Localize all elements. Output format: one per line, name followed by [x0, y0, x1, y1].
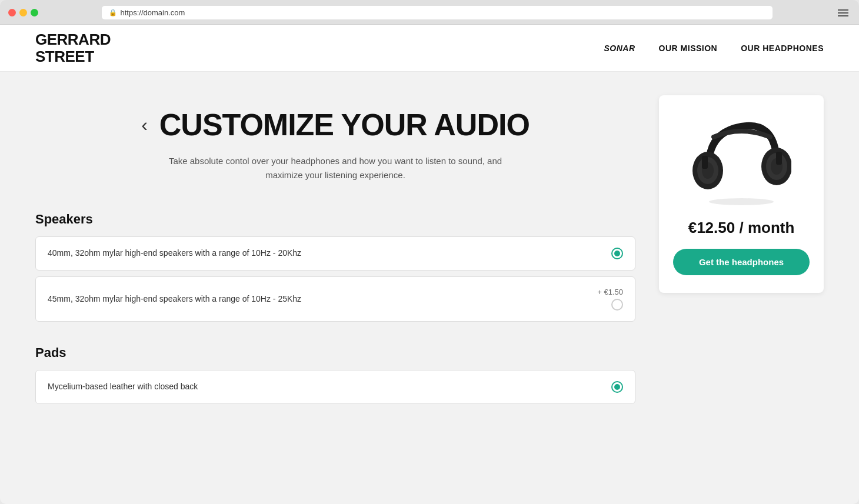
section-pads: Pads Mycelium-based leather with closed …	[35, 345, 635, 404]
dot-yellow[interactable]	[19, 9, 27, 16]
hero-title-row: ‹ CUSTOMIZE YOUR AUDIO	[35, 107, 635, 142]
left-panel: ‹ CUSTOMIZE YOUR AUDIO Take absolute con…	[35, 95, 635, 428]
lock-icon: 🔒	[109, 9, 117, 16]
radio-pads-1[interactable]	[611, 381, 623, 393]
back-button[interactable]: ‹	[141, 115, 148, 134]
option-speaker-2-right: + €1.50	[597, 288, 623, 311]
option-speaker-2[interactable]: 45mm, 32ohm mylar high-end speakers with…	[35, 276, 635, 322]
url-text: https://domain.com	[121, 8, 185, 17]
get-headphones-button[interactable]: Get the headphones	[673, 249, 810, 275]
option-speaker-2-text: 45mm, 32ohm mylar high-end speakers with…	[48, 293, 597, 305]
address-bar[interactable]: 🔒 https://domain.com	[102, 6, 773, 19]
radio-speaker-2[interactable]	[611, 299, 623, 311]
nav-link-headphones[interactable]: OUR HEADPHONES	[741, 44, 824, 53]
nav: GERRARD STREET SONAR OUR MISSION OUR HEA…	[0, 25, 859, 72]
hero-section: ‹ CUSTOMIZE YOUR AUDIO Take absolute con…	[35, 95, 635, 212]
option-speaker-1[interactable]: 40mm, 32ohm mylar high-end speakers with…	[35, 236, 635, 271]
logo[interactable]: GERRARD STREET	[35, 31, 111, 65]
page-wrapper: GERRARD STREET SONAR OUR MISSION OUR HEA…	[0, 25, 859, 504]
right-panel: €12.50 / month Get the headphones	[659, 95, 824, 293]
main-content: ‹ CUSTOMIZE YOUR AUDIO Take absolute con…	[0, 72, 859, 463]
hero-subtitle: Take absolute contol over your headphone…	[159, 154, 512, 182]
dot-green[interactable]	[31, 9, 38, 16]
nav-links: SONAR OUR MISSION OUR HEADPHONES	[604, 44, 824, 53]
dot-red[interactable]	[8, 9, 16, 16]
option-speaker-1-text: 40mm, 32ohm mylar high-end speakers with…	[48, 248, 611, 259]
option-pads-1-right	[611, 381, 623, 393]
browser-dots	[8, 9, 38, 16]
section-speakers: Speakers 40mm, 32ohm mylar high-end spea…	[35, 212, 635, 322]
hamburger-menu[interactable]	[835, 7, 851, 19]
nav-link-mission[interactable]: OUR MISSION	[659, 44, 718, 53]
section-title-speakers: Speakers	[35, 212, 635, 227]
option-speaker-2-price: + €1.50	[597, 288, 623, 296]
radio-speaker-1[interactable]	[611, 248, 623, 259]
nav-link-sonar[interactable]: SONAR	[604, 44, 635, 53]
svg-rect-7	[776, 152, 782, 165]
headphone-image	[688, 113, 794, 207]
svg-rect-6	[702, 156, 708, 169]
option-speaker-1-right	[611, 248, 623, 259]
radio-inner-speaker-1	[614, 251, 620, 256]
svg-point-8	[709, 198, 774, 205]
option-pads-1-text: Mycelium-based leather with closed back	[48, 381, 611, 393]
section-title-pads: Pads	[35, 345, 635, 361]
browser-chrome: 🔒 https://domain.com	[0, 0, 859, 25]
price-display: €12.50 / month	[688, 219, 795, 237]
page-title: CUSTOMIZE YOUR AUDIO	[159, 107, 530, 142]
radio-inner-pads-1	[614, 384, 620, 390]
option-pads-1[interactable]: Mycelium-based leather with closed back	[35, 370, 635, 404]
